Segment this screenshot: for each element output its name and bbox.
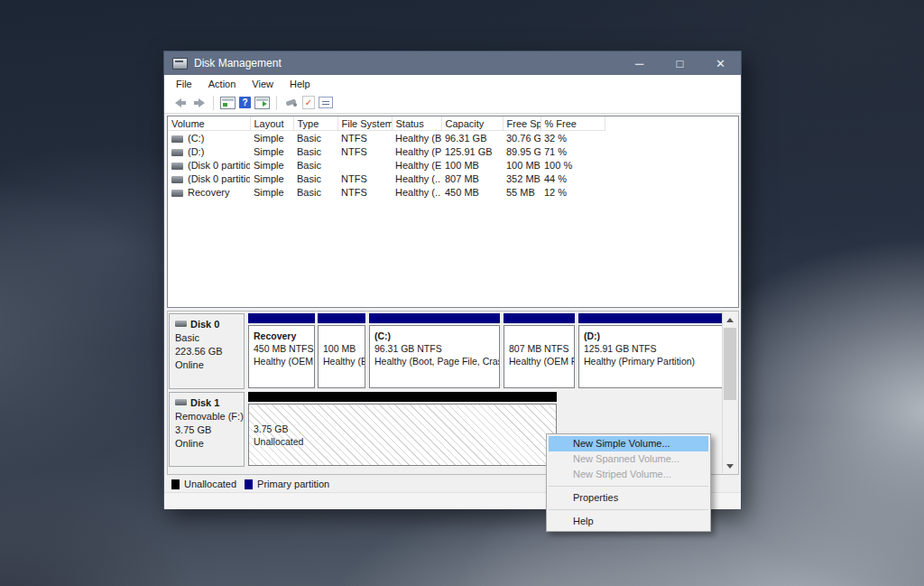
column-header[interactable]: Layout — [250, 116, 293, 131]
show-console-tree-icon[interactable] — [254, 97, 270, 109]
column-header[interactable]: Free Spa... — [503, 116, 541, 131]
title-bar[interactable]: Disk Management ─ □ ✕ — [164, 51, 741, 75]
partition-label: (C:)96.31 GB NTFSHealthy (Boot, Page Fil… — [369, 325, 500, 388]
scrollbar-thumb[interactable] — [724, 328, 736, 400]
vertical-scrollbar[interactable] — [722, 312, 737, 473]
partition-block[interactable]: Recovery450 MB NTFSHealthy (OEM — [248, 313, 315, 389]
maximize-button[interactable]: □ — [660, 51, 700, 75]
partition-color-bar — [248, 392, 557, 402]
disk-row-0: Disk 0Basic223.56 GBOnlineRecovery450 MB… — [169, 313, 725, 389]
context-menu: New Simple Volume...New Spanned Volume..… — [546, 433, 711, 532]
legend-label: Unallocated — [184, 479, 236, 489]
toolbar-separator — [213, 96, 214, 110]
disk-header[interactable]: Disk 1Removable (F:)3.75 GBOnline — [169, 392, 245, 467]
menu-bar: File Action View Help — [164, 75, 741, 92]
column-header[interactable]: Capacity — [441, 116, 503, 131]
menu-bar-item[interactable]: Help — [282, 79, 319, 89]
disk-header[interactable]: Disk 0Basic223.56 GBOnline — [169, 313, 245, 389]
table-header-row: Volume Layout Type File System Status Ca… — [168, 116, 738, 131]
help-icon[interactable]: ? — [239, 97, 251, 108]
partition-label: 3.75 GBUnallocated — [248, 404, 557, 466]
disk-management-app-icon — [172, 58, 188, 70]
disk-detail: 3.75 GB — [175, 423, 244, 437]
menu-bar-item[interactable]: Action — [200, 79, 245, 89]
legend-swatch — [171, 479, 180, 489]
volume-icon — [171, 149, 183, 156]
disk-detail: Removable (F:) — [175, 410, 244, 423]
volume-row[interactable]: (Disk 0 partition 5) Simple Basic NTFS H… — [168, 172, 738, 185]
column-header[interactable]: Volume — [168, 116, 250, 131]
disk-detail: Online — [175, 437, 244, 451]
desktop-wallpaper: Disk Management ─ □ ✕ File Action View H… — [0, 0, 924, 586]
toolbar: ?✓ — [164, 92, 741, 114]
partition-color-bar — [318, 313, 365, 323]
partition-label: 807 MB NTFSHealthy (OEM P. — [504, 325, 575, 388]
legend-label: Primary partition — [257, 479, 329, 489]
volume-list-pane: Volume Layout Type File System Status Ca… — [167, 116, 739, 308]
minimize-button[interactable]: ─ — [619, 51, 660, 75]
context-menu-item-new-simple-volume[interactable]: New Simple Volume... — [549, 436, 708, 451]
forward-icon[interactable] — [191, 96, 207, 109]
partition-color-bar — [504, 313, 575, 323]
column-header[interactable]: File System — [337, 116, 392, 131]
close-button[interactable]: ✕ — [700, 51, 741, 75]
partition-block[interactable]: 3.75 GBUnallocated — [248, 392, 557, 467]
partition-block[interactable]: 807 MB NTFSHealthy (OEM P. — [504, 313, 575, 389]
action-pane-icon[interactable] — [283, 96, 299, 109]
scrollbar-down-icon[interactable] — [723, 459, 737, 473]
legend-item: Unallocated — [171, 479, 236, 489]
context-menu-separator — [549, 486, 708, 487]
partition-label: (D:)125.91 GB NTFSHealthy (Primary Parti… — [578, 325, 730, 388]
partition-color-bar — [248, 313, 315, 323]
disk-detail: Basic — [175, 331, 244, 345]
back-icon[interactable] — [172, 96, 188, 109]
toolbar-separator — [276, 96, 277, 110]
window-title: Disk Management — [194, 57, 282, 70]
check-mark-icon[interactable]: ✓ — [302, 96, 315, 109]
menu-bar-item[interactable]: View — [244, 79, 282, 89]
console-tree-icon[interactable] — [220, 97, 236, 109]
disk-detail: 223.56 GB — [175, 345, 244, 358]
partition-color-bar — [369, 313, 500, 323]
volume-icon — [171, 176, 183, 183]
partition-block[interactable]: (D:)125.91 GB NTFSHealthy (Primary Parti… — [578, 313, 730, 389]
partition-label: Recovery450 MB NTFSHealthy (OEM — [248, 325, 315, 388]
volume-icon — [171, 135, 183, 143]
column-header[interactable]: % Free — [541, 116, 605, 131]
disk-detail: Online — [175, 358, 244, 372]
volume-row[interactable]: (Disk 0 partition 2) Simple Basic Health… — [168, 158, 738, 172]
disk-icon — [175, 321, 187, 327]
partition-block[interactable]: (C:)96.31 GB NTFSHealthy (Boot, Page Fil… — [369, 313, 500, 389]
volume-icon — [171, 163, 183, 170]
context-menu-item-new-spanned-volume: New Spanned Volume... — [547, 451, 710, 467]
volume-row[interactable]: (C:) Simple Basic NTFS Healthy (B... 96.… — [168, 131, 738, 145]
context-menu-item-properties[interactable]: Properties — [547, 490, 710, 506]
column-header[interactable]: Status — [392, 116, 441, 131]
context-menu-separator — [549, 509, 708, 510]
legend-swatch — [245, 479, 253, 489]
scrollbar-up-icon[interactable] — [723, 312, 737, 327]
context-menu-item-new-striped-volume: New Striped Volume... — [547, 467, 710, 482]
column-header[interactable]: Type — [293, 116, 337, 131]
volume-row[interactable]: (D:) Simple Basic NTFS Healthy (P... 125… — [168, 144, 738, 158]
window-controls: ─ □ ✕ — [619, 51, 741, 75]
volume-icon — [171, 190, 183, 197]
menu-bar-item[interactable]: File — [168, 79, 200, 89]
details-view-icon[interactable] — [319, 97, 333, 108]
legend-item: Primary partition — [245, 479, 329, 489]
partition-block[interactable]: 100 MBHealthy (E — [318, 313, 365, 389]
disk-icon — [175, 399, 187, 405]
partition-label: 100 MBHealthy (E — [318, 325, 365, 388]
volume-table: Volume Layout Type File System Status Ca… — [168, 116, 738, 199]
context-menu-item-help[interactable]: Help — [547, 514, 710, 529]
volume-row[interactable]: Recovery Simple Basic NTFS Healthy (... … — [168, 185, 738, 199]
partition-color-bar — [578, 313, 730, 323]
